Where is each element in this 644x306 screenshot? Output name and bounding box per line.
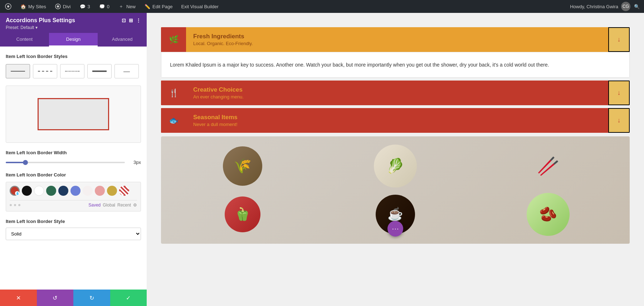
preset-chevron-icon: ▾ — [35, 25, 38, 30]
double-line — [92, 71, 107, 72]
panel-content: Item Left Icon Border Styles — — [0, 47, 147, 290]
accordion-1-body-text: Lorem Khaled Ipsum is a major key to suc… — [170, 61, 621, 69]
floating-action-button[interactable]: ⋯ — [387, 221, 403, 237]
border-style-dropdown-section: Item Left Icon Border Style Solid Dashed… — [6, 219, 141, 240]
color-swatch-stripe[interactable] — [119, 186, 129, 196]
right-content: 🌿 Fresh Ingredients Local. Organic. Eco-… — [147, 13, 644, 306]
border-style-select[interactable]: Solid Dashed Dotted Double Groove Ridge … — [6, 228, 141, 240]
exit-builder-label: Exit Visual Builder — [181, 4, 219, 9]
color-tab-recent[interactable]: Recent — [117, 203, 131, 208]
accordion-3-title: Seasonal Items — [193, 114, 601, 121]
color-settings-icon[interactable]: ⚙ — [133, 203, 137, 208]
save-button[interactable]: ✓ — [110, 290, 147, 306]
color-swatch-darkgreen[interactable] — [46, 186, 56, 196]
color-tabs-row: Saved Global Recent ⚙ — [10, 200, 137, 208]
slider-row: 3px — [6, 160, 141, 165]
bubble-item[interactable]: 💭 0 — [97, 0, 111, 13]
avatar[interactable]: CG — [621, 2, 630, 11]
svg-point-1 — [7, 5, 9, 8]
border-style-none-option[interactable]: — — [114, 64, 139, 78]
color-swatch-white[interactable] — [34, 186, 44, 196]
my-sites-item[interactable]: 🏠 My Sites — [19, 0, 48, 13]
top-bar: 🏠 My Sites Divi 💬 3 💭 0 ＋ New ✏️ Edit Pa… — [0, 0, 644, 13]
redo-button[interactable]: ↻ — [73, 290, 110, 306]
border-style-solid-option[interactable] — [6, 64, 30, 78]
comments-count: 3 — [88, 4, 90, 9]
new-item[interactable]: ＋ New — [117, 0, 137, 13]
accordion-seasonal-items: 🐟 Seasonal Items Never a dull moment! ↓ — [161, 108, 630, 133]
my-sites-label: My Sites — [28, 4, 46, 9]
tab-bar: Content Design Advanced — [0, 33, 147, 47]
accordion-fresh-ingredients: 🌿 Fresh Ingredients Local. Organic. Eco-… — [161, 27, 630, 78]
chevron-down-icon-3: ↓ — [618, 117, 621, 124]
cancel-button[interactable]: ✕ — [0, 290, 37, 306]
border-width-section: Item Left Icon Border Width 3px — [6, 150, 141, 165]
color-picker-row: 💧 Saved — [6, 182, 141, 212]
active-color-swatch[interactable]: 💧 — [10, 186, 20, 196]
border-width-slider[interactable] — [6, 162, 125, 163]
color-tab-saved[interactable]: Saved — [88, 203, 101, 208]
border-style-row: — — [6, 64, 141, 78]
comments-item[interactable]: 💬 3 — [78, 0, 92, 13]
search-icon[interactable]: 🔍 — [633, 3, 640, 10]
bowl-3: 🫑 — [225, 196, 260, 232]
dot-2 — [14, 204, 16, 206]
accordion-3-header[interactable]: 🐟 Seasonal Items Never a dull moment! ↓ — [161, 108, 630, 133]
accordion-2-title: Creative Choices — [193, 86, 601, 93]
bowl-2: 🥬 — [374, 145, 417, 188]
grid-icon[interactable]: ⊞ — [129, 18, 133, 23]
topbar-right: Howdy, Christina Gwira CG 🔍 — [570, 2, 640, 11]
panel-title-row: Accordions Plus Settings ⊡ ⊞ ⋮ — [6, 17, 141, 24]
border-preview-box — [6, 86, 141, 143]
accordion-1-text: Fresh Ingredients Local. Organic. Eco-Fr… — [186, 27, 608, 52]
color-swatch-rose[interactable] — [95, 186, 105, 196]
accordion-1-header[interactable]: 🌿 Fresh Ingredients Local. Organic. Eco-… — [161, 27, 630, 52]
color-swatch-purpleblue[interactable] — [70, 186, 80, 196]
panel-preset[interactable]: Preset: Default ▾ — [6, 25, 141, 30]
wordpress-icon-item[interactable] — [4, 0, 13, 13]
exit-builder-item[interactable]: Exit Visual Builder — [180, 0, 220, 13]
color-swatch-black[interactable] — [22, 186, 32, 196]
accordion-2-toggle[interactable]: ↓ — [608, 81, 630, 105]
color-swatch-lightpink[interactable] — [83, 186, 93, 196]
tab-design[interactable]: Design — [49, 33, 98, 47]
expand-icon[interactable]: ⊡ — [122, 18, 126, 23]
more-icon[interactable]: ⋮ — [136, 18, 141, 23]
leaf-icon: 🌿 — [169, 35, 179, 44]
main-layout: Accordions Plus Settings ⊡ ⊞ ⋮ Preset: D… — [0, 13, 644, 306]
dotted-line — [65, 71, 79, 72]
dot-3 — [18, 204, 20, 206]
divi-item[interactable]: Divi — [53, 0, 72, 13]
bubble-icon: 💭 — [99, 3, 105, 10]
color-swatch-darkblue[interactable] — [58, 186, 68, 196]
food-image-area: 🌾 🥬 🥢 🫑 ☕ 🫘 — [161, 136, 630, 244]
border-style-dashed-option[interactable] — [33, 64, 57, 78]
accordion-2-subtitle: An ever changing menu. — [193, 94, 601, 99]
howdy-text: Howdy, Christina Gwira — [570, 4, 618, 9]
accordion-1-toggle[interactable]: ↓ — [608, 27, 630, 52]
comments-icon: 💬 — [79, 3, 86, 10]
color-swatch-gold[interactable] — [107, 186, 117, 196]
edit-page-label: Edit Page — [152, 4, 172, 9]
border-style-dotted-option[interactable] — [60, 64, 84, 78]
dot-1 — [10, 204, 12, 206]
tab-advanced[interactable]: Advanced — [98, 33, 147, 47]
accordion-2-icon-box: 🍴 — [161, 81, 186, 105]
accordion-creative-choices: 🍴 Creative Choices An ever changing menu… — [161, 81, 630, 105]
accordion-1-subtitle: Local. Organic. Eco-Friendly. — [193, 41, 601, 46]
accordion-1-icon-box: 🌿 — [161, 27, 186, 52]
color-tab-global[interactable]: Global — [103, 203, 115, 208]
chevron-down-icon: ↓ — [618, 36, 621, 43]
edit-page-item[interactable]: ✏️ Edit Page — [143, 0, 174, 13]
dashed-line — [38, 71, 52, 72]
accordion-3-toggle[interactable]: ↓ — [608, 108, 630, 133]
tab-content[interactable]: Content — [0, 33, 49, 47]
border-style-double-option[interactable] — [87, 64, 112, 78]
undo-button[interactable]: ↺ — [37, 290, 74, 306]
pencil-icon: ✏️ — [144, 3, 151, 10]
dots-icon: ⋯ — [392, 224, 399, 233]
panel-title-text: Accordions Plus Settings — [6, 17, 75, 24]
border-styles-section-title: Item Left Icon Border Styles — [6, 54, 141, 59]
utensils-icon: 🍴 — [169, 88, 179, 98]
accordion-2-header[interactable]: 🍴 Creative Choices An ever changing menu… — [161, 81, 630, 105]
